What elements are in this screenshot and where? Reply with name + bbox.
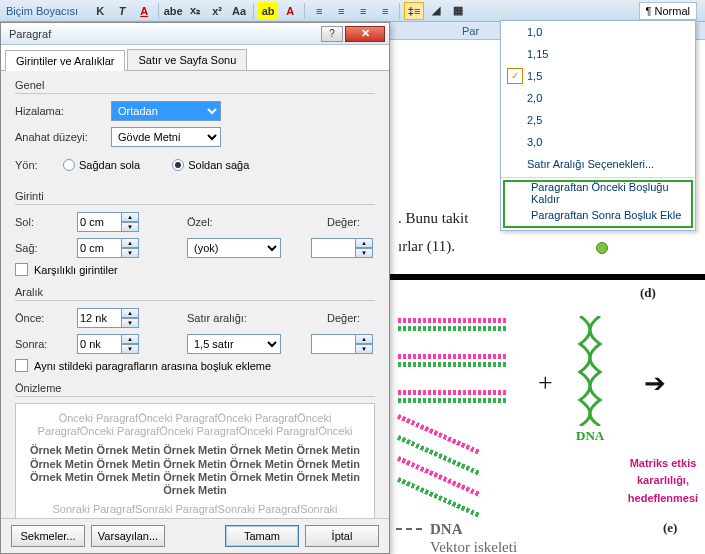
dir-ltr-radio[interactable]: Soldan sağa: [172, 159, 249, 171]
line-spacing-menu: 1,0 1,15 1,5 2,0 2,5 3,0 Satır Aralığı S…: [500, 20, 696, 231]
align-center-button[interactable]: ≡: [331, 2, 351, 20]
default-button[interactable]: Varsayılan...: [91, 525, 165, 547]
indent-special-select[interactable]: (yok): [187, 238, 281, 258]
dialog-titlebar[interactable]: Paragraf ? ✕: [1, 23, 389, 45]
stripe: [398, 398, 506, 403]
stripe: [398, 326, 506, 331]
spacing-1-15[interactable]: 1,15: [501, 43, 695, 65]
outline-label: Anahat düzeyi:: [15, 131, 103, 143]
spacing-before-spin[interactable]: ▲▼: [77, 308, 141, 328]
plus-icon: +: [538, 368, 553, 398]
legend-preview: Önizleme: [15, 382, 65, 396]
tab-indents[interactable]: Girintiler ve Aralıklar: [5, 50, 125, 71]
dna-helix-icon: [576, 316, 604, 426]
case-button[interactable]: Aa: [229, 2, 249, 20]
bold-button[interactable]: K: [90, 2, 110, 20]
close-button[interactable]: ✕: [345, 26, 385, 42]
remove-space-before[interactable]: Paragraftan Önceki Boşluğu Kaldır: [505, 182, 691, 204]
spacing-2-5[interactable]: 2,5: [501, 109, 695, 131]
doc-text-line2: ırlar (11).: [398, 238, 455, 255]
stripe: [398, 390, 506, 395]
align-select[interactable]: Ortadan: [111, 101, 221, 121]
stripe: [398, 318, 506, 323]
spacing-1-5[interactable]: 1,5: [501, 65, 695, 87]
legend-indent: Girinti: [15, 190, 48, 204]
superscript-button[interactable]: x²: [207, 2, 227, 20]
borders-button[interactable]: ▦: [448, 2, 468, 20]
indent-special-label: Özel:: [187, 216, 261, 228]
legend-vector: Vektor iskeleti: [430, 539, 517, 554]
ribbon-toolbar: Biçim Boyacısı K T A abe x₂ x² Aa ab A ≡…: [0, 0, 705, 22]
spacing-1-0[interactable]: 1,0: [501, 21, 695, 43]
stripe: [397, 435, 481, 476]
dialog-footer: Sekmeler... Varsayılan... Tamam İptal: [1, 518, 389, 553]
spacing-options[interactable]: Satır Aralığı Seçenekleri...: [501, 153, 695, 175]
stripe: [397, 477, 481, 518]
align-left-button[interactable]: ≡: [309, 2, 329, 20]
align-justify-button[interactable]: ≡: [375, 2, 395, 20]
mirror-indent-check[interactable]: Karşılıklı girintiler: [15, 263, 375, 276]
cancel-button[interactable]: İptal: [305, 525, 379, 547]
spacing-before-label: Önce:: [15, 312, 69, 324]
legend-spacing: Aralık: [15, 286, 47, 300]
spacing-at-label: Değer:: [327, 312, 375, 324]
subscript-button[interactable]: x₂: [185, 2, 205, 20]
group-indent: Girinti Sol: ▲▼ Özel: Değer: Sağ: ▲▼ (yo…: [15, 190, 375, 276]
stripe: [397, 414, 481, 455]
arrow-right-icon: ➔: [644, 368, 666, 399]
figure-label-d: (d): [640, 285, 656, 301]
line-spacing-select[interactable]: 1,5 satır: [187, 334, 281, 354]
nospace-same-style-check[interactable]: Aynı stildeki paragrafların arasına boşl…: [15, 359, 375, 372]
spacing-2-0[interactable]: 2,0: [501, 87, 695, 109]
spacing-after-spin[interactable]: ▲▼: [77, 334, 141, 354]
line-spacing-label: Satır aralığı:: [187, 312, 261, 324]
group-preview: Önizleme Önceki ParagrafÖnceki ParagrafÖ…: [15, 382, 375, 518]
group-spacing: Aralık Önce: ▲▼ Satır aralığı: Değer: So…: [15, 286, 375, 372]
style-normal[interactable]: ¶ Normal: [639, 2, 697, 20]
dna-label: DNA: [576, 428, 604, 444]
spacing-3-0[interactable]: 3,0: [501, 131, 695, 153]
tabs-button[interactable]: Sekmeler...: [11, 525, 85, 547]
underline-button[interactable]: A: [134, 2, 154, 20]
line-spacing-button[interactable]: ‡≡: [404, 2, 424, 20]
thick-rule: [390, 274, 705, 280]
object-handle[interactable]: [596, 242, 608, 254]
group-general: Genel Hizalama: Ortadan Anahat düzeyi: G…: [15, 79, 375, 180]
shading-button[interactable]: ◢: [426, 2, 446, 20]
preview-box: Önceki ParagrafÖnceki ParagrafÖnceki Par…: [15, 403, 375, 518]
dir-label: Yön:: [15, 159, 55, 171]
ok-button[interactable]: Tamam: [225, 525, 299, 547]
indent-by-spin[interactable]: ▲▼: [311, 238, 375, 258]
align-label: Hizalama:: [15, 105, 103, 117]
font-color-button[interactable]: A: [280, 2, 300, 20]
add-space-after[interactable]: Paragraftan Sonra Boşluk Ekle: [505, 204, 691, 226]
dialog-title: Paragraf: [9, 28, 51, 40]
legend-dash: [396, 528, 422, 530]
brush-label: Biçim Boyacısı: [6, 5, 78, 17]
doc-text-line1: . Bunu takit: [398, 210, 468, 227]
indent-by-label: Değer:: [327, 216, 375, 228]
indent-right-spin[interactable]: ▲▼: [77, 238, 141, 258]
stripe: [398, 354, 506, 359]
highlight-button[interactable]: ab: [258, 2, 278, 20]
align-right-button[interactable]: ≡: [353, 2, 373, 20]
legend-general: Genel: [15, 79, 48, 93]
indent-right-label: Sağ:: [15, 242, 69, 254]
legend-dna: DNA: [430, 521, 463, 538]
stripe: [398, 362, 506, 367]
stripe: [397, 456, 481, 497]
spacing-at-spin[interactable]: ▲▼: [311, 334, 375, 354]
help-button[interactable]: ?: [321, 26, 343, 42]
dialog-tabs: Girintiler ve Aralıklar Satır ve Sayfa S…: [1, 45, 389, 71]
spacing-after-label: Sonra:: [15, 338, 69, 350]
paragraph-dialog: Paragraf ? ✕ Girintiler ve Aralıklar Sat…: [0, 22, 390, 554]
figure-label-e: (e): [663, 520, 677, 536]
strike-button[interactable]: abe: [163, 2, 183, 20]
italic-button[interactable]: T: [112, 2, 132, 20]
indent-left-spin[interactable]: ▲▼: [77, 212, 141, 232]
matrix-text: Matriks etkis kararlılığı, hedeflenmesi: [608, 454, 705, 506]
tab-breaks[interactable]: Satır ve Sayfa Sonu: [127, 49, 247, 70]
indent-left-label: Sol:: [15, 216, 69, 228]
dir-rtl-radio[interactable]: Sağdan sola: [63, 159, 140, 171]
outline-select[interactable]: Gövde Metni: [111, 127, 221, 147]
